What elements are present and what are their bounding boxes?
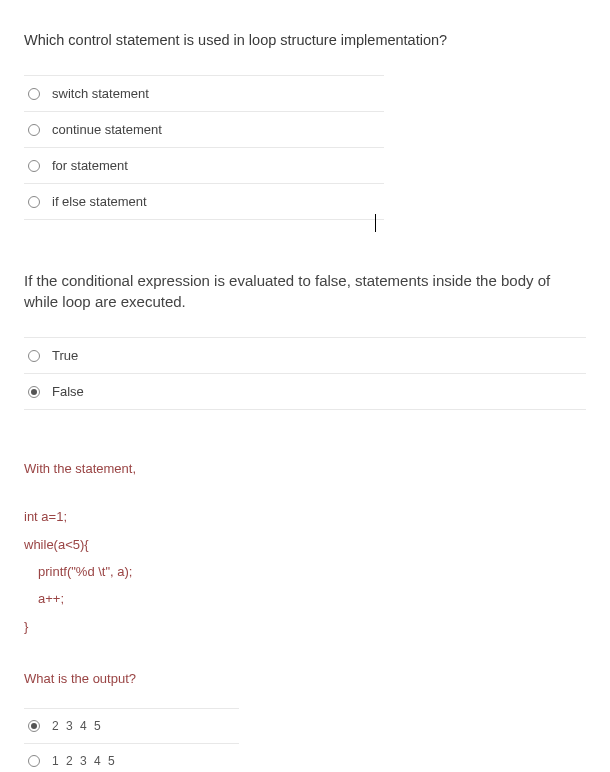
options-list: True False (24, 337, 586, 410)
text-cursor-icon (375, 214, 376, 232)
code-line: printf("%d \t", a); (24, 558, 586, 585)
question-intro: With the statement, (24, 460, 586, 478)
options-list: switch statement continue statement for … (24, 75, 384, 220)
option-label: False (52, 384, 84, 399)
code-line: int a=1; (24, 503, 586, 530)
option-item[interactable]: False (24, 374, 586, 410)
radio-icon (28, 196, 40, 208)
option-item[interactable]: continue statement (24, 112, 384, 148)
option-item[interactable]: if else statement (24, 184, 384, 220)
radio-icon (28, 160, 40, 172)
question-1: Which control statement is used in loop … (24, 30, 586, 220)
option-label: True (52, 348, 78, 363)
radio-icon (28, 720, 40, 732)
code-block: int a=1; while(a<5){ printf("%d \t", a);… (24, 503, 586, 639)
option-item[interactable]: True (24, 337, 586, 374)
question-text: If the conditional expression is evaluat… (24, 270, 586, 312)
options-list: 2 3 4 5 1 2 3 4 5 1 2 3 4 (24, 708, 239, 772)
option-label: switch statement (52, 86, 149, 101)
option-label: continue statement (52, 122, 162, 137)
radio-icon (28, 124, 40, 136)
option-item[interactable]: for statement (24, 148, 384, 184)
question-2: If the conditional expression is evaluat… (24, 270, 586, 410)
option-label: for statement (52, 158, 128, 173)
question-3: With the statement, int a=1; while(a<5){… (24, 460, 586, 772)
option-label: 2 3 4 5 (52, 719, 103, 733)
option-item[interactable]: 1 2 3 4 5 (24, 744, 239, 772)
option-label: if else statement (52, 194, 147, 209)
code-line: while(a<5){ (24, 531, 586, 558)
question-text: Which control statement is used in loop … (24, 30, 586, 50)
option-label: 1 2 3 4 5 (52, 754, 117, 768)
radio-icon (28, 755, 40, 767)
radio-icon (28, 88, 40, 100)
radio-icon (28, 350, 40, 362)
option-item[interactable]: switch statement (24, 75, 384, 112)
output-question: What is the output? (24, 670, 586, 688)
code-line: } (24, 613, 586, 640)
radio-icon (28, 386, 40, 398)
option-item[interactable]: 2 3 4 5 (24, 708, 239, 744)
code-line: a++; (24, 585, 586, 612)
